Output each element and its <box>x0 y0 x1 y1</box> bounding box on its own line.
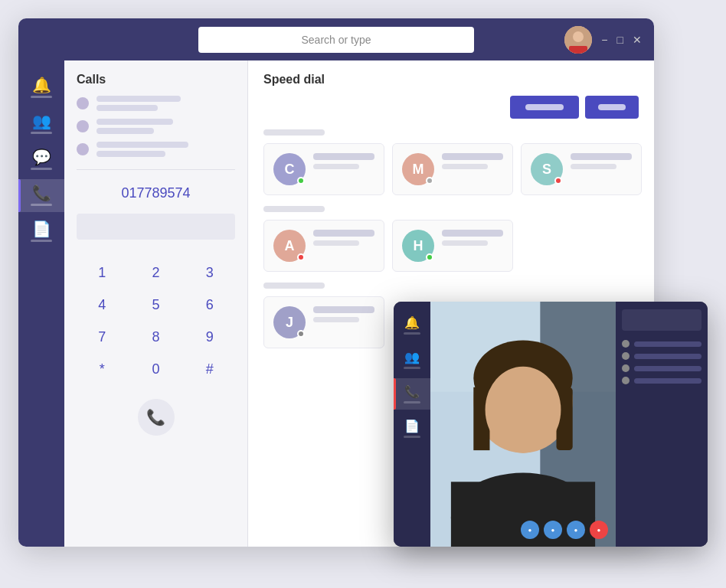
maximize-button[interactable]: □ <box>617 34 623 46</box>
sidebar: 🔔 👥 💬 📞 📄 <box>18 60 64 547</box>
video-content: ● ● ● ● <box>430 302 616 547</box>
sidebar-item-calls[interactable]: 📞 <box>18 179 64 212</box>
contact-name-m <box>442 153 503 160</box>
contact-name-s <box>571 153 632 160</box>
speed-dial-title: Speed dial <box>263 73 639 87</box>
empty-cell <box>521 220 639 272</box>
mini-dot-3 <box>622 364 630 372</box>
video-notifications-icon: 🔔 <box>404 315 420 330</box>
key-0[interactable]: 0 <box>130 354 181 384</box>
key-7[interactable]: 7 <box>77 322 127 351</box>
video-call-window: 🔔 👥 📞 📄 <box>394 302 708 547</box>
mini-bar-1 <box>634 341 701 347</box>
close-button[interactable]: ✕ <box>633 34 642 46</box>
title-bar: Search or type − □ ✕ <box>18 18 654 60</box>
video-sidebar-people[interactable]: 👥 <box>394 344 430 375</box>
minimize-button[interactable]: − <box>601 34 607 46</box>
speed-dial-buttons <box>263 96 639 119</box>
key-4[interactable]: 4 <box>77 290 127 319</box>
video-ctrl-icon-1: ● <box>528 527 532 534</box>
key-8[interactable]: 8 <box>130 322 181 351</box>
sidebar-item-people[interactable]: 👥 <box>18 107 64 140</box>
contact-detail-j <box>313 317 359 322</box>
calls-icon: 📞 <box>32 185 51 201</box>
search-box[interactable]: Search or type <box>198 27 474 53</box>
call-button[interactable]: 📞 <box>138 399 175 436</box>
call-avatar-2 <box>77 120 89 132</box>
sidebar-bar-files <box>31 240 52 242</box>
video-sidebar-files[interactable]: 📄 <box>394 413 430 444</box>
contact-card-a[interactable]: A <box>263 220 384 272</box>
contact-card-h[interactable]: H <box>392 220 513 272</box>
key-5[interactable]: 5 <box>130 290 181 319</box>
status-dot-h <box>426 253 433 261</box>
video-ctrl-4-end[interactable]: ● <box>590 521 608 539</box>
sidebar-item-files[interactable]: 📄 <box>18 215 64 248</box>
user-avatar[interactable] <box>564 26 592 54</box>
key-1[interactable]: 1 <box>77 258 127 287</box>
key-3[interactable]: 3 <box>185 258 235 287</box>
mini-bar-row-1 <box>622 340 701 348</box>
title-bar-controls: − □ ✕ <box>564 26 642 54</box>
speed-dial-btn-2[interactable] <box>585 96 639 119</box>
contact-grid-row2: A H <box>263 220 639 272</box>
contact-detail-m <box>442 164 488 169</box>
video-ctrl-1[interactable]: ● <box>521 521 539 539</box>
sidebar-bar-notifications <box>31 96 52 98</box>
contact-name-a <box>313 230 374 237</box>
key-hash[interactable]: # <box>185 354 235 384</box>
mini-header-bar <box>622 309 701 331</box>
contact-avatar-a: A <box>273 230 306 262</box>
section-bar-3 <box>263 283 325 289</box>
avatar-initials <box>564 26 592 54</box>
video-active-bar <box>394 378 396 410</box>
contact-detail-c <box>313 164 359 169</box>
section-bar-1 <box>263 129 325 136</box>
video-sidebar: 🔔 👥 📞 📄 <box>394 302 430 547</box>
sidebar-item-notifications[interactable]: 🔔 <box>18 71 64 104</box>
key-9[interactable]: 9 <box>185 322 235 351</box>
contact-info-m <box>442 153 503 169</box>
video-right-mini <box>616 302 708 547</box>
call-avatar-3 <box>77 143 89 155</box>
video-sidebar-calls-active[interactable]: 📞 <box>394 378 430 410</box>
call-line-1b <box>96 105 158 111</box>
contact-info-a <box>313 230 374 246</box>
video-ctrl-3[interactable]: ● <box>567 521 585 539</box>
video-sidebar-notifications[interactable]: 🔔 <box>394 309 430 341</box>
call-avatar-1 <box>77 97 89 109</box>
contact-avatar-c: C <box>273 153 306 185</box>
video-ctrl-2[interactable]: ● <box>544 521 562 539</box>
active-indicator <box>18 179 21 212</box>
call-line-2a <box>96 119 173 125</box>
notifications-icon: 🔔 <box>32 77 51 93</box>
speed-dial-btn-1[interactable] <box>510 96 579 119</box>
sidebar-item-chat[interactable]: 💬 <box>18 143 64 176</box>
contact-name-h <box>442 230 503 237</box>
key-6[interactable]: 6 <box>185 290 235 319</box>
key-2[interactable]: 2 <box>130 258 181 287</box>
sidebar-bar-calls <box>31 204 52 206</box>
call-line-1a <box>96 96 181 102</box>
video-ctrl-icon-4: ● <box>597 527 601 534</box>
calls-panel-title: Calls <box>77 73 235 87</box>
video-people-icon: 👥 <box>404 350 420 364</box>
contact-card-m[interactable]: M <box>392 143 513 195</box>
sd-btn-bar-1 <box>525 104 564 110</box>
contact-card-c[interactable]: C <box>263 143 384 195</box>
mini-dot-1 <box>622 340 630 348</box>
call-list <box>77 96 235 157</box>
contact-card-s[interactable]: S <box>521 143 642 195</box>
key-star[interactable]: * <box>77 354 127 384</box>
mini-bar-row-2 <box>622 352 701 360</box>
contact-detail-h <box>442 240 488 246</box>
dialpad-display <box>77 214 235 240</box>
mini-bar-4 <box>634 378 701 384</box>
video-sidebar-bar-calls <box>404 401 420 403</box>
status-dot-j <box>297 330 305 338</box>
call-button-row: 📞 <box>77 399 235 436</box>
video-ctrl-icon-3: ● <box>574 527 578 534</box>
contact-detail-a <box>313 240 359 246</box>
contact-card-j[interactable]: J <box>263 296 384 348</box>
call-line-3a <box>96 142 188 148</box>
